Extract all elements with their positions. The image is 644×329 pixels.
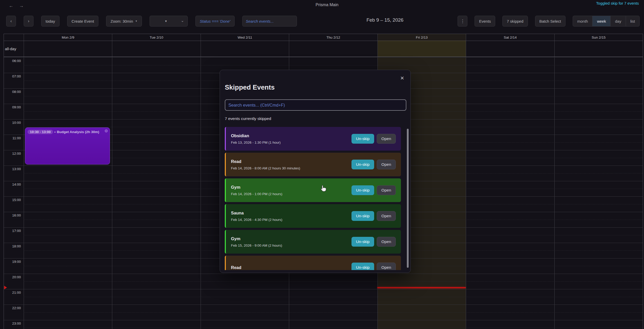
- skipped-event-info: GymFeb 15, 2026 - 9:00 AM (2 hours): [231, 236, 351, 247]
- view-tab-month[interactable]: month: [573, 16, 593, 26]
- half-hour-line: [24, 281, 643, 282]
- batch-select-button[interactable]: Batch Select: [535, 16, 565, 27]
- view-tab-day[interactable]: day: [610, 16, 625, 26]
- all-day-row: all-day: [4, 41, 643, 57]
- unskip-button[interactable]: Un-skip: [351, 263, 374, 270]
- time-label: 13:00: [4, 167, 21, 171]
- all-day-cell[interactable]: [466, 41, 554, 57]
- open-button[interactable]: Open: [377, 237, 396, 247]
- all-day-cell[interactable]: [377, 41, 466, 57]
- events-button[interactable]: Events: [475, 16, 495, 27]
- skipped-event-info: Read: [231, 265, 351, 270]
- skipped-count-button[interactable]: 7 skipped: [502, 16, 528, 27]
- unskip-button[interactable]: Un-skip: [351, 160, 374, 169]
- date-range-heading: Feb 9 – 15, 2026: [366, 17, 403, 23]
- skipped-event-title: Sauna: [231, 211, 351, 215]
- skipped-event-title: Read: [231, 265, 351, 270]
- day-header: Mon 2/9: [24, 34, 112, 41]
- next-week-button[interactable]: ›: [24, 16, 33, 27]
- skipped-events-modal: ✕ Skipped Events 7 events currently skip…: [220, 70, 411, 273]
- time-label: 18:00: [4, 244, 21, 248]
- skipped-event-row[interactable]: GymFeb 15, 2026 - 9:00 AM (2 hours)Un-sk…: [225, 230, 401, 254]
- half-hour-line: [24, 297, 643, 297]
- all-day-cell[interactable]: [112, 41, 200, 57]
- filter-select[interactable]: ▼ ⌄: [150, 16, 188, 27]
- time-label: 20:00: [4, 275, 21, 279]
- zoom-label: Zoom: 30min: [110, 19, 133, 23]
- calendar-event-budget-analysis[interactable]: 10:30 - 13:00•Budget Analysis (2h 30m): [25, 127, 110, 164]
- unskip-button[interactable]: Un-skip: [351, 237, 374, 247]
- open-button[interactable]: Open: [377, 263, 396, 270]
- skipped-event-datetime: Feb 14, 2026 - 1:00 PM (2 hours): [231, 192, 351, 196]
- view-tab-week[interactable]: week: [592, 16, 610, 26]
- time-label: 07:00: [4, 74, 21, 78]
- time-label: 17:00: [4, 229, 21, 233]
- skipped-event-row[interactable]: ReadFeb 14, 2026 - 8:00 AM (2 hours 30 m…: [225, 153, 401, 176]
- more-options-button[interactable]: ⋮: [458, 16, 467, 27]
- close-icon[interactable]: ✕: [400, 75, 404, 81]
- skipped-event-title: Obsidian: [231, 133, 351, 138]
- create-event-button[interactable]: Create Event: [67, 16, 99, 27]
- day-column[interactable]: [24, 57, 112, 329]
- unskip-button[interactable]: Un-skip: [351, 185, 374, 195]
- skipped-event-title: Gym: [231, 236, 351, 241]
- skipped-event-row[interactable]: SaunaFeb 14, 2026 - 4:30 PM (2 hours)Un-…: [225, 204, 401, 228]
- skipped-event-row[interactable]: ReadUn-skipOpen: [225, 256, 401, 270]
- zoom-button[interactable]: Zoom: 30min ▼: [106, 16, 142, 27]
- open-button[interactable]: Open: [377, 185, 396, 195]
- day-header: Sat 2/14: [466, 34, 554, 41]
- all-day-cell[interactable]: [201, 41, 289, 57]
- time-label: 22:00: [4, 306, 21, 310]
- open-button[interactable]: Open: [377, 160, 396, 169]
- history-arrows: ← →: [9, 3, 24, 8]
- view-tab-list[interactable]: list: [626, 16, 639, 26]
- status-filter-label: Status === 'Done': [200, 19, 230, 23]
- unskip-button[interactable]: Un-skip: [351, 134, 374, 144]
- hour-line: [4, 274, 643, 274]
- day-column[interactable]: [466, 57, 554, 329]
- day-header-row: Mon 2/9Tue 2/10Wed 2/11Thu 2/12Fri 2/13S…: [4, 34, 643, 41]
- skipped-count-text: 7 events currently skipped: [225, 116, 271, 121]
- day-header: Fri 2/13: [377, 34, 466, 41]
- day-header: Wed 2/11: [201, 34, 289, 41]
- prev-week-button[interactable]: ‹: [6, 16, 16, 27]
- back-arrow-icon[interactable]: ←: [9, 3, 13, 8]
- status-filter-button[interactable]: Status === 'Done': [195, 16, 235, 27]
- day-column[interactable]: [554, 57, 643, 329]
- hour-line: [4, 320, 643, 320]
- toolbar-left: ‹ › today Create Event Zoom: 30min ▼ ▼ ⌄…: [6, 16, 297, 27]
- time-label: 21:00: [4, 291, 21, 295]
- event-title: Budget Analysis (2h 30m): [57, 130, 99, 134]
- today-button[interactable]: today: [41, 16, 59, 27]
- skipped-event-title: Gym: [231, 185, 351, 190]
- day-header: Tue 2/10: [112, 34, 200, 41]
- skipped-event-actions: Un-skipOpen: [351, 263, 396, 270]
- open-button[interactable]: Open: [377, 134, 396, 144]
- time-label: 16:00: [4, 213, 21, 217]
- time-label: 06:00: [4, 59, 21, 63]
- skipped-event-datetime: Feb 14, 2026 - 8:00 AM (2 hours 30 minut…: [231, 166, 351, 170]
- modal-search-input[interactable]: [225, 99, 406, 111]
- time-label: 09:00: [4, 105, 21, 109]
- unskip-button[interactable]: Un-skip: [351, 211, 374, 221]
- event-bullet: •: [54, 130, 56, 134]
- skipped-event-actions: Un-skipOpen: [351, 134, 396, 144]
- skipped-events-list: ObsidianFeb 13, 2026 - 1:30 PM (1 hour)U…: [225, 127, 402, 270]
- skipped-event-row[interactable]: GymFeb 14, 2026 - 1:00 PM (2 hours)Un-sk…: [225, 178, 401, 202]
- forward-arrow-icon[interactable]: →: [19, 3, 24, 8]
- day-header: Thu 2/12: [289, 34, 377, 41]
- open-button[interactable]: Open: [377, 211, 396, 221]
- time-label: 19:00: [4, 260, 21, 264]
- day-column[interactable]: [112, 57, 200, 329]
- skipped-event-row[interactable]: ObsidianFeb 13, 2026 - 1:30 PM (1 hour)U…: [225, 127, 401, 151]
- all-day-cell[interactable]: [24, 41, 112, 57]
- time-label: 10:00: [4, 121, 21, 125]
- filter-select-value: ▼: [153, 20, 179, 23]
- toolbar-right: ⋮ Events 7 skipped Batch Select monthwee…: [458, 16, 640, 27]
- all-day-cell[interactable]: [554, 41, 643, 57]
- caret-down-icon: ▼: [135, 20, 138, 22]
- skipped-event-datetime: Feb 14, 2026 - 4:30 PM (2 hours): [231, 218, 351, 222]
- scrollbar-thumb[interactable]: [407, 129, 409, 268]
- all-day-cell[interactable]: [289, 41, 377, 57]
- search-events-input[interactable]: [242, 16, 297, 27]
